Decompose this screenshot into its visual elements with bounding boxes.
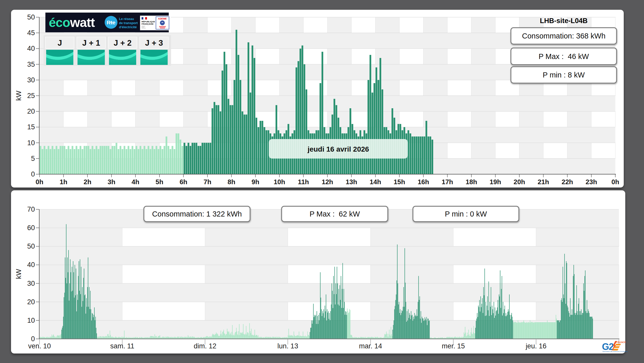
- svg-text:sam. 11: sam. 11: [110, 342, 134, 350]
- svg-text:Optimisation des ressources én: Optimisation des ressources énergétiques: [602, 351, 628, 352]
- svg-text:4h: 4h: [132, 178, 139, 186]
- svg-text:0h: 0h: [36, 178, 43, 186]
- svg-text:16h: 16h: [418, 178, 429, 186]
- svg-text:3h: 3h: [107, 178, 115, 186]
- svg-text:0: 0: [31, 335, 35, 343]
- svg-text:1h: 1h: [60, 178, 67, 186]
- svg-text:7h: 7h: [204, 178, 211, 186]
- svg-text:P Max : 46 kW: P Max : 46 kW: [539, 52, 589, 61]
- svg-text:23h: 23h: [586, 178, 597, 186]
- svg-text:Consommation: 1 322 kWh: Consommation: 1 322 kWh: [152, 210, 242, 218]
- svg-text:13h: 13h: [346, 178, 357, 186]
- svg-text:FRANCE: FRANCE: [617, 341, 626, 344]
- svg-text:18h: 18h: [465, 178, 477, 186]
- svg-text:LHB-site-L04B: LHB-site-L04B: [540, 17, 588, 25]
- svg-text:d'électricité: d'électricité: [119, 25, 137, 29]
- svg-text:45: 45: [27, 29, 35, 37]
- svg-text:8h: 8h: [227, 178, 235, 186]
- svg-text:ADEME: ADEME: [158, 17, 167, 20]
- svg-text:J + 1: J + 1: [82, 38, 100, 47]
- svg-text:14h: 14h: [370, 178, 381, 186]
- svg-text:10: 10: [27, 317, 35, 324]
- svg-text:60: 60: [27, 224, 35, 232]
- svg-text:11h: 11h: [298, 178, 309, 186]
- svg-text:30: 30: [27, 280, 35, 287]
- svg-text:kW: kW: [15, 269, 23, 279]
- svg-text:0h: 0h: [611, 178, 619, 186]
- svg-text:J + 3: J + 3: [145, 38, 163, 47]
- svg-text:70: 70: [27, 205, 35, 213]
- svg-text:35: 35: [27, 61, 35, 68]
- svg-text:jeudi 16 avril 2026: jeudi 16 avril 2026: [307, 145, 369, 153]
- svg-text:0: 0: [31, 170, 35, 178]
- svg-text:20h: 20h: [514, 178, 525, 186]
- svg-text:21h: 21h: [538, 178, 549, 186]
- svg-text:lun. 13: lun. 13: [278, 342, 298, 350]
- svg-text:2h: 2h: [84, 178, 91, 186]
- svg-text:17h: 17h: [442, 178, 453, 186]
- svg-text:P min : 0 kW: P min : 0 kW: [445, 210, 487, 218]
- svg-text:10: 10: [27, 139, 35, 147]
- svg-text:Consommation: 368 kWh: Consommation: 368 kWh: [522, 32, 606, 40]
- svg-text:5h: 5h: [156, 178, 163, 186]
- svg-text:dim. 12: dim. 12: [194, 342, 216, 350]
- svg-text:J + 2: J + 2: [114, 38, 132, 47]
- svg-text:5: 5: [31, 155, 35, 162]
- svg-text:ven. 10: ven. 10: [28, 342, 51, 350]
- svg-text:mar. 14: mar. 14: [359, 342, 382, 350]
- svg-text:J: J: [57, 38, 62, 47]
- svg-text:22h: 22h: [562, 178, 573, 186]
- svg-text:écowatt: écowatt: [49, 15, 95, 30]
- svg-text:20: 20: [27, 107, 35, 115]
- svg-text:15: 15: [27, 123, 35, 131]
- svg-text:6h: 6h: [180, 178, 187, 186]
- svg-text:25: 25: [27, 92, 35, 100]
- svg-text:mer. 15: mer. 15: [442, 342, 465, 350]
- svg-text:50: 50: [27, 242, 35, 250]
- svg-text:20: 20: [27, 298, 35, 306]
- svg-text:12h: 12h: [322, 178, 333, 186]
- svg-text:jeu. 16: jeu. 16: [526, 342, 547, 350]
- svg-text:19h: 19h: [490, 178, 501, 186]
- svg-text:9h: 9h: [252, 178, 259, 186]
- svg-text:Le réseau: Le réseau: [119, 17, 134, 21]
- svg-text:50: 50: [27, 13, 35, 21]
- svg-text:40: 40: [27, 45, 35, 52]
- svg-text:40: 40: [27, 261, 35, 269]
- svg-text:G2: G2: [602, 341, 613, 352]
- svg-text:P min : 8 kW: P min : 8 kW: [543, 71, 585, 79]
- svg-text:de transport: de transport: [119, 21, 138, 25]
- svg-text:FRANÇAISE: FRANÇAISE: [142, 23, 154, 25]
- svg-text:10h: 10h: [274, 178, 285, 186]
- svg-text:kW: kW: [15, 91, 23, 101]
- svg-text:Rte: Rte: [107, 19, 115, 25]
- svg-text:15h: 15h: [394, 178, 405, 186]
- svg-text:RÉPUBLIQUE: RÉPUBLIQUE: [142, 21, 155, 23]
- svg-text:30: 30: [27, 76, 35, 84]
- svg-text:P Max : 62 kW: P Max : 62 kW: [310, 210, 360, 218]
